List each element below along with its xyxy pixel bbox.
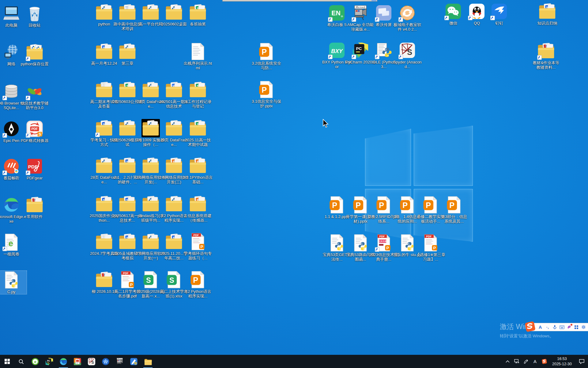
svg-text:PDF: PDF xyxy=(31,127,38,131)
desktop-icon[interactable]: PDFSPDF格式转换器 xyxy=(19,120,50,143)
svg-text:PC: PC xyxy=(356,46,362,51)
file-py-icon xyxy=(2,271,21,289)
svg-text:P: P xyxy=(130,282,133,287)
desktop-icon[interactable]: P3.2信息系统安全与防... xyxy=(251,42,282,71)
desktop-icon[interactable]: 第三章 xyxy=(112,42,143,66)
svg-text:P: P xyxy=(426,201,431,209)
action-center-button[interactable] xyxy=(575,355,588,368)
desktop-icon[interactable]: S 各班抽奖 xyxy=(183,3,213,26)
ime-toolbar[interactable]: A ·, xyxy=(530,323,588,331)
desktop-icon[interactable]: P 3.2.1PYthon语言基础... xyxy=(183,156,213,185)
folder-n-icon: N xyxy=(118,195,137,213)
desktop-icon[interactable]: P3.1信息安全与保护.pptx xyxy=(251,80,282,109)
desktop-icon[interactable]: 钉钉 xyxy=(484,2,514,25)
folder-py-icon xyxy=(165,195,183,213)
desktop-icon[interactable]: SSpyder (Anacond... xyxy=(392,41,423,69)
folder-p-icon: P xyxy=(189,156,207,175)
desktop-icon[interactable]: 极域电子教室软件 v4.0 2... xyxy=(392,4,423,32)
svg-text:e: e xyxy=(9,239,13,248)
app-idle-icon xyxy=(375,41,393,59)
search-button[interactable] xyxy=(14,355,28,368)
icon-label: 回收站 xyxy=(29,23,41,28)
ime-mode-indicator[interactable]: A xyxy=(530,355,540,368)
app-amcap-icon: Microsoft xyxy=(351,4,370,22)
taskbar-clock[interactable]: 16:53 2025-12-30 xyxy=(549,356,575,367)
folder-doc-icon xyxy=(118,3,137,21)
dbbrowser-icon xyxy=(2,82,21,101)
ime-toolbox-icon[interactable] xyxy=(574,324,579,330)
desktop-icon[interactable]: C.py xyxy=(0,271,27,294)
browser-360-button[interactable]: e xyxy=(28,355,42,368)
pen-tray-icon[interactable] xyxy=(521,355,530,368)
ime-settings-icon[interactable] xyxy=(581,324,586,330)
tray-expand-button[interactable] xyxy=(503,355,512,368)
desktop-icon[interactable]: python保存位置 xyxy=(19,43,50,66)
sogou-logo-icon[interactable] xyxy=(524,320,536,333)
icon-label: 知识点归纳 xyxy=(537,21,557,25)
shortcut-arrow-icon xyxy=(26,171,30,175)
desktop-icon[interactable]: 回收站 xyxy=(19,4,50,28)
shortcut-arrow-icon xyxy=(352,55,356,59)
start-button[interactable] xyxy=(0,355,14,368)
icon-label: 此电脑 xyxy=(6,23,17,28)
app-bxy-icon: BXY xyxy=(328,41,346,59)
folder-py-icon xyxy=(95,156,113,175)
svg-text:S: S xyxy=(39,132,41,136)
ime-punctuation-icon[interactable]: ·, xyxy=(545,324,550,330)
desktop-icon[interactable]: e一模阅卷 xyxy=(0,233,27,256)
desktop-icon[interactable]: S 2025.11高一技术期中试题 xyxy=(183,119,213,147)
file-pdf-p-icon: PDFP xyxy=(189,232,207,251)
pycharm-button[interactable]: PC xyxy=(42,355,56,368)
shortcut-arrow-icon xyxy=(95,132,100,137)
sogou-tray-icon[interactable] xyxy=(540,355,549,368)
svg-text:Microsoft: Microsoft xyxy=(355,6,365,9)
desktop-icon[interactable]: 信息技术教学辅助平台3.0 xyxy=(19,82,50,110)
desktop-icon[interactable]: 出栈序列演示.html xyxy=(183,42,213,71)
file-py-icon xyxy=(351,234,370,252)
icon-label: 2.信息系统搭建（传感器... xyxy=(183,213,213,223)
amcap-button[interactable]: Microsoft xyxy=(113,355,127,368)
icon-label: 网络 xyxy=(7,62,15,66)
ime-skin-icon[interactable] xyxy=(567,324,572,330)
svg-text:P: P xyxy=(449,201,454,209)
taskbar: ePCSMicrosoft A 16:53 2025-12-30 xyxy=(0,355,588,368)
file-pptx-icon: P xyxy=(189,270,207,289)
desktop-icon[interactable]: N 知识点归纳 xyxy=(532,2,563,25)
desktop-icon[interactable]: PDFP学考循环语句专题练习（... xyxy=(183,232,213,261)
svg-text:P: P xyxy=(201,244,203,249)
svg-text:e: e xyxy=(34,359,36,364)
desktop: 激活 Windows 转到“设置”以激活 Windows。 A ·, 此电脑回收… xyxy=(0,0,588,368)
folder-py-icon xyxy=(141,119,160,137)
folder-s-icon: S xyxy=(118,81,137,99)
svg-text:PC: PC xyxy=(47,359,50,362)
desktop-icon[interactable]: S 3.工作过程记录与登记 xyxy=(183,81,213,109)
folder-py-icon xyxy=(165,119,183,137)
network-tray-icon[interactable] xyxy=(512,355,521,368)
shortcut-arrow-icon xyxy=(537,55,542,60)
ime-microphone-icon[interactable] xyxy=(552,324,557,330)
media-app-button[interactable] xyxy=(99,355,113,368)
shortcut-arrow-icon xyxy=(2,96,7,100)
icon-label: 3.2.1PYthon语言基础... xyxy=(183,175,213,185)
desktop-icon[interactable]: 常用软件 xyxy=(19,196,50,219)
ime-mode-a-icon[interactable]: A xyxy=(538,324,543,330)
svg-text:+: + xyxy=(341,13,343,19)
file-explorer-button[interactable] xyxy=(141,355,155,368)
desktop-icon[interactable]: P3.2 Python语言程序实现... xyxy=(183,270,213,299)
folder-py-icon xyxy=(141,3,160,21)
edge-button[interactable] xyxy=(56,355,70,368)
desktop-icon[interactable]: 教材&作业本等教辅资料... xyxy=(531,42,561,70)
svg-text:P: P xyxy=(433,246,436,250)
desktop-icon[interactable]: P第3部分：信息系统及其... xyxy=(439,196,469,224)
notes-app-button[interactable] xyxy=(70,355,85,368)
desktop-icon[interactable]: P 2.信息系统搭建（传感器... xyxy=(183,195,213,223)
recycle-icon xyxy=(25,4,44,23)
desktop-icon[interactable]: PDFP【选修1※第三章习题】... xyxy=(415,234,446,262)
spyder-button[interactable]: S xyxy=(85,355,99,368)
ime-keyboard-icon[interactable] xyxy=(560,324,565,330)
icon-label: 出栈序列演示.html xyxy=(183,61,213,71)
hidden-window-edge[interactable] xyxy=(222,0,377,2)
file-pptx-icon: P xyxy=(398,196,417,214)
desktop-icon[interactable]: PDFPDFgear xyxy=(19,157,50,180)
assistant-app-button[interactable] xyxy=(127,355,141,368)
